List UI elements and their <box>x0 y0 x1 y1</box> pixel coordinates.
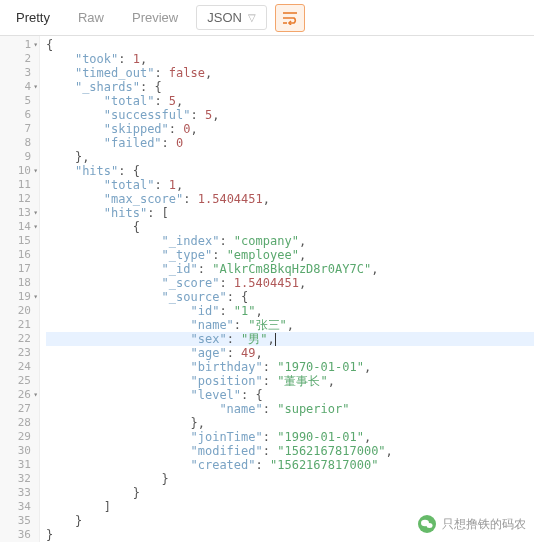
gutter-line: 34 <box>0 500 39 514</box>
code-area[interactable]: { "took": 1, "timed_out": false, "_shard… <box>40 36 534 542</box>
gutter-line: 23 <box>0 346 39 360</box>
gutter-line: 26▾ <box>0 388 39 402</box>
code-line: "level": { <box>46 388 534 402</box>
gutter-line: 16 <box>0 248 39 262</box>
gutter-line: 31 <box>0 458 39 472</box>
code-line: }, <box>46 416 534 430</box>
code-line: "birthday": "1970-01-01", <box>46 360 534 374</box>
gutter-line: 11 <box>0 178 39 192</box>
gutter-line: 9 <box>0 150 39 164</box>
format-select-label: JSON <box>207 10 242 25</box>
gutter-line: 15 <box>0 234 39 248</box>
code-line: "hits": [ <box>46 206 534 220</box>
gutter-line: 7 <box>0 122 39 136</box>
gutter-line: 2 <box>0 52 39 66</box>
tab-raw[interactable]: Raw <box>68 4 114 31</box>
fold-toggle-icon[interactable]: ▾ <box>33 206 38 220</box>
chevron-down-icon: ▽ <box>248 12 256 23</box>
gutter-line: 20 <box>0 304 39 318</box>
gutter-line: 10▾ <box>0 164 39 178</box>
gutter-line: 27 <box>0 402 39 416</box>
code-line: "_index": "company", <box>46 234 534 248</box>
code-line: "joinTime": "1990-01-01", <box>46 430 534 444</box>
gutter-line: 24 <box>0 360 39 374</box>
tab-pretty[interactable]: Pretty <box>6 4 60 31</box>
gutter-line: 8 <box>0 136 39 150</box>
watermark: 只想撸铁的码农 <box>418 515 526 533</box>
code-line: }, <box>46 150 534 164</box>
wrap-lines-button[interactable] <box>275 4 305 32</box>
gutter-line: 28 <box>0 416 39 430</box>
gutter-line: 5 <box>0 94 39 108</box>
code-line-highlighted: "sex": "男", <box>46 332 534 346</box>
code-line: "_source": { <box>46 290 534 304</box>
gutter-line: 3 <box>0 66 39 80</box>
wechat-icon <box>418 515 436 533</box>
code-line: { <box>46 220 534 234</box>
gutter-line: 1▾ <box>0 38 39 52</box>
gutter-line: 33 <box>0 486 39 500</box>
code-line: "skipped": 0, <box>46 122 534 136</box>
code-line: } <box>46 472 534 486</box>
gutter-line: 13▾ <box>0 206 39 220</box>
gutter-line: 19▾ <box>0 290 39 304</box>
wrap-icon <box>282 11 298 25</box>
code-line: "id": "1", <box>46 304 534 318</box>
json-editor: 1▾234▾5678910▾111213▾14▾1516171819▾20212… <box>0 36 534 542</box>
code-line: "modified": "1562167817000", <box>46 444 534 458</box>
viewer-toolbar: Pretty Raw Preview JSON ▽ <box>0 0 534 36</box>
code-line: "failed": 0 <box>46 136 534 150</box>
line-gutter: 1▾234▾5678910▾111213▾14▾1516171819▾20212… <box>0 36 40 542</box>
gutter-line: 22 <box>0 332 39 346</box>
code-line: "name": "张三", <box>46 318 534 332</box>
fold-toggle-icon[interactable]: ▾ <box>33 164 38 178</box>
gutter-line: 30 <box>0 444 39 458</box>
format-select[interactable]: JSON ▽ <box>196 5 267 30</box>
fold-toggle-icon[interactable]: ▾ <box>33 220 38 234</box>
code-line: "name": "superior" <box>46 402 534 416</box>
code-line: "_id": "AlkrCm8BkqHzD8r0AY7C", <box>46 262 534 276</box>
gutter-line: 4▾ <box>0 80 39 94</box>
code-line: "position": "董事长", <box>46 374 534 388</box>
code-line: "total": 1, <box>46 178 534 192</box>
gutter-line: 6 <box>0 108 39 122</box>
code-line: "_shards": { <box>46 80 534 94</box>
gutter-line: 12 <box>0 192 39 206</box>
code-line: "_score": 1.5404451, <box>46 276 534 290</box>
gutter-line: 21 <box>0 318 39 332</box>
code-line: "successful": 5, <box>46 108 534 122</box>
code-line: { <box>46 38 534 52</box>
code-line: "took": 1, <box>46 52 534 66</box>
gutter-line: 29 <box>0 430 39 444</box>
text-cursor <box>275 333 276 346</box>
code-line: "total": 5, <box>46 94 534 108</box>
gutter-line: 25 <box>0 374 39 388</box>
gutter-line: 35 <box>0 514 39 528</box>
gutter-line: 14▾ <box>0 220 39 234</box>
gutter-line: 36 <box>0 528 39 542</box>
gutter-line: 18 <box>0 276 39 290</box>
svg-point-1 <box>427 523 433 528</box>
tab-preview[interactable]: Preview <box>122 4 188 31</box>
code-line: "created": "1562167817000" <box>46 458 534 472</box>
gutter-line: 32 <box>0 472 39 486</box>
gutter-line: 17 <box>0 262 39 276</box>
fold-toggle-icon[interactable]: ▾ <box>33 388 38 402</box>
code-line: ] <box>46 500 534 514</box>
code-line: "timed_out": false, <box>46 66 534 80</box>
fold-toggle-icon[interactable]: ▾ <box>33 38 38 52</box>
fold-toggle-icon[interactable]: ▾ <box>33 290 38 304</box>
code-line: } <box>46 486 534 500</box>
fold-toggle-icon[interactable]: ▾ <box>33 80 38 94</box>
code-line: "age": 49, <box>46 346 534 360</box>
watermark-text: 只想撸铁的码农 <box>442 516 526 533</box>
code-line: "hits": { <box>46 164 534 178</box>
code-line: "_type": "employee", <box>46 248 534 262</box>
code-line: "max_score": 1.5404451, <box>46 192 534 206</box>
